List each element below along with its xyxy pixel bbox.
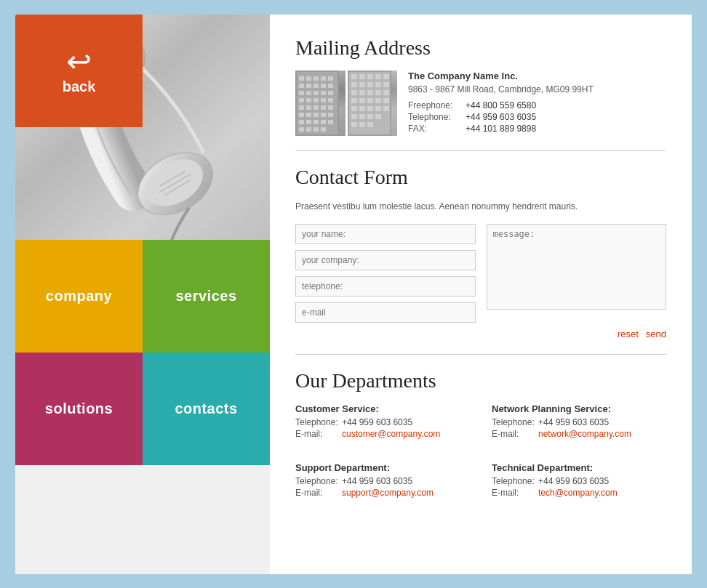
svg-rect-46 xyxy=(321,120,326,124)
svg-rect-27 xyxy=(328,91,333,95)
svg-rect-36 xyxy=(321,105,326,110)
svg-rect-42 xyxy=(328,113,333,117)
svg-rect-39 xyxy=(306,113,311,117)
form-fields-right xyxy=(487,224,667,323)
tech-email[interactable]: tech@company.com xyxy=(538,488,618,498)
svg-rect-35 xyxy=(313,105,319,110)
svg-rect-67 xyxy=(375,90,381,95)
telephone-input[interactable] xyxy=(295,276,476,297)
svg-rect-83 xyxy=(351,122,357,127)
divider-2 xyxy=(295,354,666,355)
email-input[interactable] xyxy=(295,302,476,323)
svg-rect-57 xyxy=(375,74,381,79)
svg-rect-65 xyxy=(359,90,365,95)
form-description: Praesent vestibu lum molestie lacus. Aen… xyxy=(295,200,666,213)
send-button[interactable]: send xyxy=(646,329,666,339)
svg-rect-78 xyxy=(383,106,389,111)
svg-rect-58 xyxy=(383,74,389,79)
network-email[interactable]: network@company.com xyxy=(538,429,631,439)
freephone-line: Freephone: +44 800 559 6580 xyxy=(408,100,666,110)
contact-form xyxy=(295,224,666,323)
svg-rect-56 xyxy=(367,74,373,79)
svg-rect-63 xyxy=(383,82,389,87)
svg-rect-81 xyxy=(367,114,373,119)
fax-line: FAX: +44 101 889 9898 xyxy=(408,124,666,134)
divider-1 xyxy=(295,150,666,151)
departments-title: Our Departments xyxy=(295,369,666,392)
svg-rect-20 xyxy=(313,84,319,88)
svg-rect-24 xyxy=(306,91,311,95)
main-container: ↩ back company services solutions contac… xyxy=(15,15,692,574)
reset-button[interactable]: reset xyxy=(618,329,639,339)
svg-rect-14 xyxy=(306,76,311,81)
dept-customer-service: Customer Service: Telephone: +44 959 603… xyxy=(295,403,470,440)
svg-rect-41 xyxy=(321,113,326,117)
svg-rect-19 xyxy=(306,84,311,88)
address-images xyxy=(295,71,397,136)
building-left-svg xyxy=(295,71,339,136)
svg-rect-33 xyxy=(299,105,304,110)
svg-rect-34 xyxy=(306,105,311,110)
svg-rect-31 xyxy=(321,98,326,102)
svg-rect-71 xyxy=(367,98,373,103)
support-email[interactable]: support@company.com xyxy=(342,488,434,498)
svg-rect-43 xyxy=(299,120,304,124)
back-icon: ↩ xyxy=(66,47,92,77)
building-right-svg xyxy=(348,71,391,136)
svg-rect-84 xyxy=(359,122,365,127)
svg-rect-23 xyxy=(299,91,304,95)
svg-rect-80 xyxy=(359,114,365,119)
address-block: The Company Name Inc. 9863 - 9867 Mill R… xyxy=(295,71,666,136)
svg-rect-69 xyxy=(351,98,357,103)
svg-rect-21 xyxy=(321,84,326,88)
back-button[interactable]: ↩ back xyxy=(15,15,143,127)
svg-rect-15 xyxy=(313,76,319,81)
svg-rect-48 xyxy=(299,127,304,132)
svg-rect-66 xyxy=(367,90,373,95)
svg-rect-26 xyxy=(321,91,326,95)
dept-support: Support Department: Telephone: +44 959 6… xyxy=(295,462,470,499)
svg-rect-64 xyxy=(351,90,357,95)
svg-rect-85 xyxy=(367,122,373,127)
svg-rect-44 xyxy=(306,120,311,124)
right-panel: Mailing Address xyxy=(270,15,692,574)
sidebar-item-contacts[interactable]: contacts xyxy=(143,353,270,465)
svg-rect-17 xyxy=(328,76,333,81)
svg-rect-70 xyxy=(359,98,365,103)
svg-rect-13 xyxy=(299,76,304,81)
company-name: The Company Name Inc. xyxy=(408,71,666,81)
svg-rect-62 xyxy=(375,82,381,87)
svg-rect-55 xyxy=(359,74,365,79)
svg-rect-29 xyxy=(306,98,311,102)
message-textarea[interactable] xyxy=(487,224,667,310)
svg-rect-12 xyxy=(297,72,337,134)
svg-rect-18 xyxy=(299,84,304,88)
mailing-address-title: Mailing Address xyxy=(295,36,666,60)
svg-rect-37 xyxy=(328,105,333,110)
sidebar-item-services[interactable]: services xyxy=(143,240,270,353)
sidebar-item-solutions[interactable]: solutions xyxy=(15,353,143,465)
svg-rect-61 xyxy=(367,82,373,87)
customer-email[interactable]: customer@company.com xyxy=(342,429,440,439)
svg-rect-79 xyxy=(351,114,357,119)
svg-rect-38 xyxy=(299,113,304,117)
left-panel: ↩ back company services solutions contac… xyxy=(15,15,270,574)
svg-rect-73 xyxy=(383,98,389,103)
company-address: 9863 - 9867 Mill Road, Cambridge, MG09 9… xyxy=(408,84,666,94)
phone-image: ↩ back xyxy=(15,15,270,240)
svg-rect-30 xyxy=(313,98,319,102)
svg-rect-25 xyxy=(313,91,319,95)
svg-rect-16 xyxy=(321,76,326,81)
svg-rect-72 xyxy=(375,98,381,103)
telephone-line: Telephone: +44 959 603 6035 xyxy=(408,112,666,122)
company-input[interactable] xyxy=(295,250,476,270)
svg-rect-22 xyxy=(328,84,333,88)
svg-rect-47 xyxy=(328,120,333,124)
svg-rect-82 xyxy=(375,114,381,119)
sidebar-item-company[interactable]: company xyxy=(15,240,143,353)
name-input[interactable] xyxy=(295,224,476,244)
svg-rect-68 xyxy=(383,90,389,95)
dept-network: Network Planning Service: Telephone: +44… xyxy=(492,403,666,440)
svg-rect-59 xyxy=(351,82,357,87)
contact-form-title: Contact Form xyxy=(295,166,666,189)
